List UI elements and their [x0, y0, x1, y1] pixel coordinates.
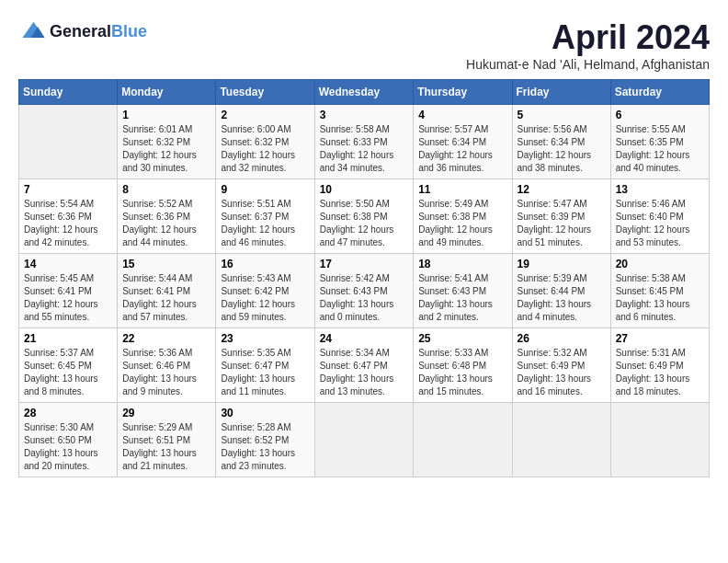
day-number: 14: [24, 258, 112, 270]
week-row-3: 14Sunrise: 5:45 AM Sunset: 6:41 PM Dayli…: [19, 254, 710, 328]
day-number: 25: [418, 332, 506, 345]
day-number: 20: [616, 258, 704, 270]
day-info: Sunrise: 5:34 AM Sunset: 6:47 PM Dayligh…: [320, 347, 409, 398]
day-number: 18: [418, 258, 506, 270]
day-number: 9: [221, 183, 309, 196]
day-info: Sunrise: 5:55 AM Sunset: 6:35 PM Dayligh…: [616, 123, 704, 175]
day-cell: 27Sunrise: 5:31 AM Sunset: 6:49 PM Dayli…: [610, 328, 709, 403]
week-row-5: 28Sunrise: 5:30 AM Sunset: 6:50 PM Dayli…: [19, 403, 710, 477]
day-info: Sunrise: 5:56 AM Sunset: 6:34 PM Dayligh…: [518, 123, 606, 175]
day-info: Sunrise: 5:41 AM Sunset: 6:43 PM Dayligh…: [418, 272, 506, 324]
day-number: 4: [418, 109, 506, 121]
day-cell: 7Sunrise: 5:54 AM Sunset: 6:36 PM Daylig…: [19, 179, 118, 254]
day-info: Sunrise: 5:31 AM Sunset: 6:49 PM Dayligh…: [616, 347, 704, 398]
header-row: SundayMondayTuesdayWednesdayThursdayFrid…: [19, 80, 710, 105]
day-info: Sunrise: 5:38 AM Sunset: 6:45 PM Dayligh…: [616, 272, 704, 324]
day-info: Sunrise: 5:29 AM Sunset: 6:51 PM Dayligh…: [122, 421, 210, 473]
day-number: 1: [122, 109, 210, 121]
day-info: Sunrise: 5:36 AM Sunset: 6:46 PM Dayligh…: [122, 347, 210, 398]
day-cell: 20Sunrise: 5:38 AM Sunset: 6:45 PM Dayli…: [610, 254, 709, 328]
day-cell: 12Sunrise: 5:47 AM Sunset: 6:39 PM Dayli…: [512, 179, 610, 254]
week-row-4: 21Sunrise: 5:37 AM Sunset: 6:45 PM Dayli…: [19, 328, 710, 403]
day-number: 28: [24, 407, 112, 419]
day-cell: 18Sunrise: 5:41 AM Sunset: 6:43 PM Dayli…: [414, 254, 512, 328]
day-cell: 26Sunrise: 5:32 AM Sunset: 6:49 PM Dayli…: [512, 328, 610, 403]
day-number: 5: [518, 109, 606, 121]
day-header-wednesday: Wednesday: [314, 80, 414, 105]
day-number: 15: [122, 258, 210, 270]
week-row-1: 1Sunrise: 6:01 AM Sunset: 6:32 PM Daylig…: [19, 105, 710, 179]
day-cell: 29Sunrise: 5:29 AM Sunset: 6:51 PM Dayli…: [118, 403, 216, 477]
day-number: 12: [518, 183, 606, 196]
day-number: 30: [221, 407, 309, 419]
day-info: Sunrise: 5:28 AM Sunset: 6:52 PM Dayligh…: [221, 421, 309, 473]
day-cell: 15Sunrise: 5:44 AM Sunset: 6:41 PM Dayli…: [118, 254, 216, 328]
page-header: GeneralBlue April 2024 Hukumat-e Nad 'Al…: [18, 18, 710, 72]
logo: GeneralBlue: [18, 18, 147, 46]
day-number: 24: [320, 332, 409, 345]
day-info: Sunrise: 5:43 AM Sunset: 6:42 PM Dayligh…: [221, 272, 309, 324]
day-header-monday: Monday: [118, 80, 216, 105]
day-number: 29: [122, 407, 210, 419]
day-info: Sunrise: 5:35 AM Sunset: 6:47 PM Dayligh…: [221, 347, 309, 398]
calendar-table: SundayMondayTuesdayWednesdayThursdayFrid…: [18, 79, 710, 477]
day-cell: 30Sunrise: 5:28 AM Sunset: 6:52 PM Dayli…: [216, 403, 314, 477]
day-cell: 5Sunrise: 5:56 AM Sunset: 6:34 PM Daylig…: [512, 105, 610, 179]
location-subtitle: Hukumat-e Nad 'Ali, Helmand, Afghanistan: [466, 57, 710, 72]
day-cell: 14Sunrise: 5:45 AM Sunset: 6:41 PM Dayli…: [19, 254, 118, 328]
day-info: Sunrise: 5:33 AM Sunset: 6:48 PM Dayligh…: [418, 347, 506, 398]
day-info: Sunrise: 5:57 AM Sunset: 6:34 PM Dayligh…: [418, 123, 506, 175]
day-header-friday: Friday: [512, 80, 610, 105]
day-cell: 24Sunrise: 5:34 AM Sunset: 6:47 PM Dayli…: [314, 328, 414, 403]
day-number: 23: [221, 332, 309, 345]
day-cell: 6Sunrise: 5:55 AM Sunset: 6:35 PM Daylig…: [610, 105, 709, 179]
day-cell: [610, 403, 709, 477]
logo-icon: [18, 18, 46, 46]
day-number: 11: [418, 183, 506, 196]
day-number: 8: [122, 183, 210, 196]
day-info: Sunrise: 5:54 AM Sunset: 6:36 PM Dayligh…: [24, 198, 112, 249]
day-cell: 28Sunrise: 5:30 AM Sunset: 6:50 PM Dayli…: [19, 403, 118, 477]
day-number: 2: [221, 109, 309, 121]
day-cell: 8Sunrise: 5:52 AM Sunset: 6:36 PM Daylig…: [118, 179, 216, 254]
day-header-saturday: Saturday: [610, 80, 709, 105]
day-info: Sunrise: 6:00 AM Sunset: 6:32 PM Dayligh…: [221, 123, 309, 175]
day-number: 3: [320, 109, 409, 121]
day-cell: 10Sunrise: 5:50 AM Sunset: 6:38 PM Dayli…: [314, 179, 414, 254]
day-cell: 22Sunrise: 5:36 AM Sunset: 6:46 PM Dayli…: [118, 328, 216, 403]
day-info: Sunrise: 5:37 AM Sunset: 6:45 PM Dayligh…: [24, 347, 112, 398]
day-cell: 11Sunrise: 5:49 AM Sunset: 6:38 PM Dayli…: [414, 179, 512, 254]
day-number: 16: [221, 258, 309, 270]
day-number: 10: [320, 183, 409, 196]
day-cell: 25Sunrise: 5:33 AM Sunset: 6:48 PM Dayli…: [414, 328, 512, 403]
month-title: April 2024: [466, 18, 710, 57]
day-info: Sunrise: 5:46 AM Sunset: 6:40 PM Dayligh…: [616, 198, 704, 249]
day-cell: 2Sunrise: 6:00 AM Sunset: 6:32 PM Daylig…: [216, 105, 314, 179]
day-cell: 4Sunrise: 5:57 AM Sunset: 6:34 PM Daylig…: [414, 105, 512, 179]
day-number: 19: [518, 258, 606, 270]
day-cell: [19, 105, 118, 179]
day-info: Sunrise: 5:45 AM Sunset: 6:41 PM Dayligh…: [24, 272, 112, 324]
day-info: Sunrise: 5:50 AM Sunset: 6:38 PM Dayligh…: [320, 198, 409, 249]
day-cell: 1Sunrise: 6:01 AM Sunset: 6:32 PM Daylig…: [118, 105, 216, 179]
day-number: 6: [616, 109, 704, 121]
day-header-sunday: Sunday: [19, 80, 118, 105]
day-info: Sunrise: 6:01 AM Sunset: 6:32 PM Dayligh…: [122, 123, 210, 175]
day-number: 21: [24, 332, 112, 345]
day-number: 27: [616, 332, 704, 345]
day-info: Sunrise: 5:42 AM Sunset: 6:43 PM Dayligh…: [320, 272, 409, 324]
day-number: 7: [24, 183, 112, 196]
day-cell: 19Sunrise: 5:39 AM Sunset: 6:44 PM Dayli…: [512, 254, 610, 328]
day-cell: 9Sunrise: 5:51 AM Sunset: 6:37 PM Daylig…: [216, 179, 314, 254]
day-info: Sunrise: 5:39 AM Sunset: 6:44 PM Dayligh…: [518, 272, 606, 324]
day-cell: 23Sunrise: 5:35 AM Sunset: 6:47 PM Dayli…: [216, 328, 314, 403]
day-info: Sunrise: 5:58 AM Sunset: 6:33 PM Dayligh…: [320, 123, 409, 175]
day-cell: 17Sunrise: 5:42 AM Sunset: 6:43 PM Dayli…: [314, 254, 414, 328]
day-info: Sunrise: 5:32 AM Sunset: 6:49 PM Dayligh…: [518, 347, 606, 398]
day-info: Sunrise: 5:52 AM Sunset: 6:36 PM Dayligh…: [122, 198, 210, 249]
title-block: April 2024 Hukumat-e Nad 'Ali, Helmand, …: [466, 18, 710, 72]
day-cell: 21Sunrise: 5:37 AM Sunset: 6:45 PM Dayli…: [19, 328, 118, 403]
day-number: 13: [616, 183, 704, 196]
day-header-thursday: Thursday: [414, 80, 512, 105]
day-number: 26: [518, 332, 606, 345]
